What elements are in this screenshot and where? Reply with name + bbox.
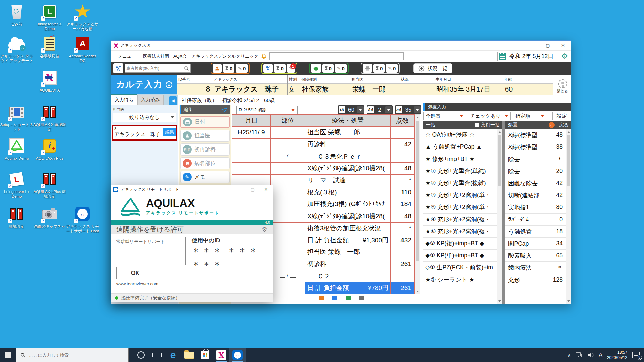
desktop-icon-prefecture-switch[interactable]: ↗ 各県版切替	[33, 35, 66, 58]
procedure-item[interactable]: 実地指1 80	[505, 201, 566, 214]
desktop-icon-acrobat-reader[interactable]: A↗ Acrobat Reader DC	[66, 35, 99, 63]
back-button-label[interactable]: 戻る	[559, 122, 569, 128]
action-center-icon[interactable]: 3	[632, 352, 640, 358]
close-patient-button[interactable]: 閉じる	[553, 75, 571, 95]
desktop-icon-cloud-update[interactable]: ↔↗ アキラックス クラウド アップデート	[0, 35, 34, 63]
back-arrow-icon[interactable]: ←	[549, 122, 555, 128]
procedure-set-item[interactable]: ★④ 充形+光+2窩洞(複・	[423, 214, 497, 226]
procedure-set-item[interactable]: ☆ OAｷｼﾛｶ+浸麻 ☆	[423, 129, 497, 141]
edit-button-doctor[interactable]: 担当医	[180, 130, 230, 142]
dropdown-arrow-icon[interactable]	[385, 106, 392, 113]
dropdown-arrow-icon[interactable]	[357, 106, 364, 113]
procedure-item[interactable]: 酸素吸入 65	[505, 250, 566, 262]
desktop-icon-aquilax-x-env[interactable]: ↗ AQUILAX X 環境設定	[33, 103, 66, 132]
system-date-control[interactable]: 令和 2年 5月12日	[497, 52, 557, 61]
procedure-set-item[interactable]: ★⑤ 充形+光+2窩洞(単・	[423, 201, 497, 214]
procedure-filter-select[interactable]: 全処置	[423, 112, 465, 120]
set-list-scrollbar[interactable]	[497, 129, 502, 304]
procedure-list-scrollbar[interactable]	[566, 129, 571, 304]
scroll-down-icon[interactable]	[415, 289, 420, 294]
drug-batch-checkbox[interactable]	[475, 123, 479, 127]
desktop-icon-screen-capture[interactable]: ↗ 画面のキャプチャ	[33, 205, 66, 229]
desktop-icon-env-settings[interactable]: ↗ 環境設定	[0, 205, 34, 229]
start-button[interactable]	[0, 348, 16, 362]
patient-search-input[interactable]	[126, 66, 184, 71]
procedure-item[interactable]: 歯内療法 ＊	[505, 262, 566, 274]
procedure-set-item[interactable]: ◆② KP(複)+imp+BT ◆	[423, 238, 497, 250]
scroll-down-icon[interactable]	[497, 298, 502, 304]
maximize-button[interactable]: ▢	[540, 41, 555, 50]
procedure-item[interactable]: 切断(連結部 42	[505, 189, 566, 201]
procedure-item[interactable]: う蝕処置 18	[505, 226, 566, 238]
procedure-item[interactable]: 充形 128	[505, 274, 566, 286]
visit-date-select[interactable]: R 2/ 5/12 初診	[236, 106, 298, 114]
taskbar-edge[interactable]: e	[165, 348, 181, 362]
bell-icon[interactable]	[261, 53, 267, 59]
desktop-icon-aquilax-i-plus-env[interactable]: ↗ AQUILAX-i-Plus 環境設定	[33, 170, 66, 199]
edit-button-disease-site[interactable]: 病名部位	[180, 157, 230, 169]
font-size-control-2[interactable]: AA2	[367, 105, 393, 114]
volume-icon[interactable]	[587, 352, 594, 358]
counter-group-patient[interactable]: 0 ✎0	[211, 63, 250, 74]
menu-button[interactable]: メニュー	[114, 52, 140, 61]
font-size-control-3[interactable]: aA35	[395, 105, 421, 114]
dialog-maximize-button[interactable]: ▢	[246, 187, 259, 192]
tab-input-waiting[interactable]: 入力待ち	[111, 94, 137, 105]
desktop-icon-server-restart[interactable]: ↗ アキラックスとサーバ再起動	[66, 3, 99, 32]
teamviewer-link[interactable]: www.teamviewer.com	[116, 281, 158, 286]
menu-input-field[interactable]	[269, 52, 404, 60]
dialog-titlebar[interactable]: ↔ アキラックス リモートサポート — ▢ ✕	[111, 185, 273, 194]
desktop-icon-bnlogserver-x-demo[interactable]: L↗ bnlogserver X Demo	[33, 3, 66, 32]
procedure-set-item[interactable]: ★② 充形+光重合(複雑)	[423, 177, 497, 189]
procedure-set-item[interactable]: ◆① KP(単)+imp+BT ◆	[423, 250, 497, 262]
edit-button-date[interactable]: 日付	[180, 116, 230, 128]
taskbar-teamviewer[interactable]: ↔	[229, 348, 246, 362]
font-size-control-1[interactable]: tA60	[338, 105, 364, 114]
procedure-item[interactable]: 除去 20	[505, 165, 566, 177]
ime-indicator[interactable]: A	[599, 352, 602, 358]
taskbar-search-box[interactable]	[16, 348, 129, 362]
desktop-icon-aquilax-demo[interactable]: ↗ Aquilax Demo	[0, 137, 34, 161]
procedure-item[interactable]: ﾗﾊﾞｰﾀﾞﾑ 0	[505, 214, 566, 226]
gear-icon[interactable]: ⚙	[262, 226, 267, 233]
circle-down-arrow-icon[interactable]	[165, 81, 173, 88]
minimize-button[interactable]: —	[525, 41, 540, 50]
status-list-button[interactable]: 状況一覧	[413, 63, 452, 73]
check-filter-select[interactable]: チェックあり	[468, 112, 511, 120]
scroll-up-icon[interactable]	[497, 129, 502, 135]
karte-table-scrollbar[interactable]	[415, 114, 420, 294]
patient-list-item[interactable]: 8 アキラックス 珠子 編集	[112, 125, 177, 141]
desktop-icon-aquilax-i-plus[interactable]: i+↗ AQUILAX-i-Plus	[33, 137, 66, 161]
dropdown-arrow-icon[interactable]	[414, 106, 421, 113]
procedure-item[interactable]: X線(標準型 48	[505, 129, 566, 141]
edit-button[interactable]: 編集	[163, 128, 176, 136]
edit-button-memo[interactable]: ✎ メモ	[180, 171, 230, 183]
desktop-icon-setup-shortcut[interactable]: ↗ Setup - ショートカット	[0, 103, 34, 132]
karte-row[interactable]: X線(ﾃﾞｼﾞﾀﾙ)確認[診10撮28( 48	[232, 163, 414, 175]
patient-search-box[interactable]	[125, 64, 191, 73]
procedure-set-item[interactable]: ★ 修形+imp+BT ★	[423, 153, 497, 165]
procedure-set-item[interactable]: ★① シーラント ★	[423, 274, 497, 286]
procedure-set-item[interactable]: ◇① 生PZ(FCK・前装)+im	[423, 262, 497, 274]
karte-row[interactable]: 7 Ｃ３急化Ｐｅｒ	[232, 150, 414, 163]
desktop-icon-aquilax-x[interactable]: X↗ AQUILAX X	[33, 69, 66, 93]
counter-group-accounting[interactable]: 0 ✎0	[309, 63, 349, 74]
taskbar-aquilax-x[interactable]: X	[213, 348, 229, 362]
procedure-item[interactable]: 困難な除去 42	[505, 177, 566, 189]
order-filter-select[interactable]: 指定順	[513, 112, 546, 120]
karte-row[interactable]: H25/11/ 9 担当医 栄螺 一郎	[232, 127, 414, 139]
doctor-filter-select[interactable]: 絞り込みなし	[113, 113, 176, 122]
procedure-item[interactable]: 除去 ＊	[505, 153, 566, 165]
procedure-set-item[interactable]: ★① 充形+光重合(単純)	[423, 165, 497, 177]
counter-group-print[interactable]: 0 ✎0	[361, 63, 400, 74]
scroll-up-icon[interactable]	[566, 129, 571, 135]
settings-button[interactable]: 設定	[552, 112, 571, 120]
procedure-set-item[interactable]: ▲ う蝕処置+PCap ▲	[423, 141, 497, 153]
window-titlebar[interactable]: アキラックス X — ▢ ✕	[111, 41, 571, 51]
settings-gear-icon[interactable]: ⚙	[561, 52, 568, 61]
taskbar-store[interactable]	[197, 348, 213, 362]
desktop-icon-recycle-bin[interactable]: ごみ箱	[0, 3, 34, 26]
dialog-close-button[interactable]: ✕	[259, 187, 273, 192]
procedure-item[interactable]: 間PCap 34	[505, 238, 566, 250]
collapse-panel-button[interactable]: ◀	[169, 96, 177, 105]
